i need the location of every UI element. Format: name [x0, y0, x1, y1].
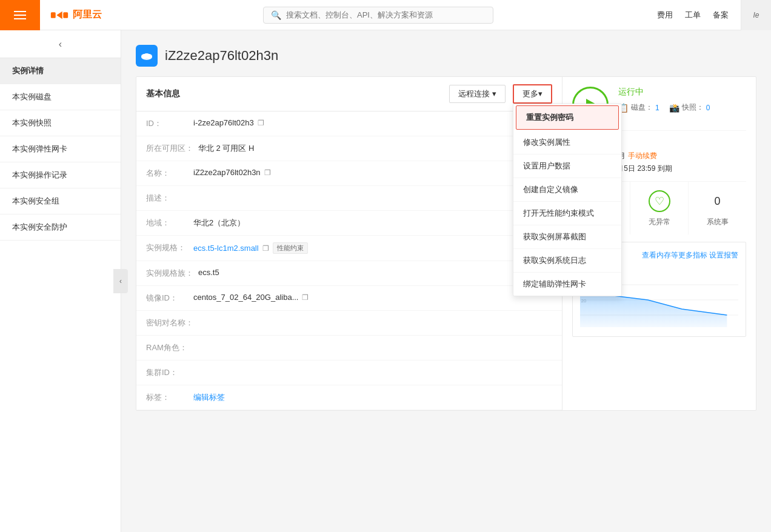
search-icon: 🔍	[271, 10, 281, 20]
info-value-spec-family: ecs.t5	[198, 268, 219, 277]
sidebar-item-instance-detail[interactable]: 实例详情	[0, 58, 121, 84]
dropdown-item-create-image[interactable]: 创建自定义镜像	[513, 178, 621, 202]
info-row-cluster: 集群ID：	[136, 361, 562, 385]
copy-id-icon[interactable]: ❐	[258, 119, 264, 127]
health-icon: ♡	[649, 190, 670, 212]
info-row-spec-family: 实例规格族： ecs.t5	[136, 261, 562, 286]
info-value-image: centos_7_02_64_20G_aliba... ❐	[193, 293, 309, 302]
info-label-cluster: 集群ID：	[146, 367, 189, 378]
monitor-card-health[interactable]: ♡ 无异常	[630, 182, 689, 234]
info-value-spec[interactable]: ecs.t5-lc1m2.small ❐ 性能约束	[193, 242, 308, 254]
info-row-spec: 实例规格： ecs.t5-lc1m2.small ❐ 性能约束	[136, 236, 562, 261]
info-row-ram: RAM角色：	[136, 336, 562, 361]
dropdown-item-reset-password[interactable]: 重置实例密码	[516, 105, 619, 130]
info-value-tags[interactable]: 编辑标签	[193, 392, 225, 403]
snapshot-value[interactable]: 0	[706, 104, 710, 112]
disk-snap-row: 📋 磁盘： 1 📸 快照： 0	[618, 102, 746, 113]
copy-spec-icon[interactable]: ❐	[262, 244, 269, 253]
info-label-zone: 所在可用区：	[146, 143, 193, 154]
info-label-region: 地域：	[146, 218, 189, 228]
copy-name-icon[interactable]: ❐	[264, 168, 271, 177]
hamburger-button[interactable]	[0, 0, 40, 30]
dropdown-item-bind-nic[interactable]: 绑定辅助弹性网卡	[513, 273, 621, 296]
sidebar-item-security-group[interactable]: 本实例安全组	[0, 188, 121, 214]
info-label-image: 镜像ID：	[146, 293, 189, 304]
remote-connect-button[interactable]: 远程连接 ▾	[449, 85, 506, 103]
sidebar-collapse-button[interactable]: ‹	[113, 269, 128, 293]
sidebar-back-button[interactable]: ‹	[0, 30, 121, 58]
svg-rect-0	[51, 12, 56, 18]
info-value-region: 华北2（北京）	[193, 218, 245, 228]
nav-link-fee[interactable]: 费用	[657, 10, 673, 21]
info-value-id: i-2ze2ap76lt02h3 ❐	[193, 118, 264, 127]
health-card-icon: ♡	[647, 189, 672, 213]
dropdown-item-screenshot[interactable]: 获取实例屏幕截图	[513, 225, 621, 249]
sidebar-item-security-protection[interactable]: 本实例安全防护	[0, 214, 121, 241]
dropdown-item-system-log[interactable]: 获取实例系统日志	[513, 249, 621, 273]
search-area: 🔍	[112, 7, 645, 24]
info-row-id: ID： i-2ze2ap76lt02h3 ❐	[136, 111, 562, 136]
page-title: iZ2ze2ap76lt02h3n	[165, 48, 278, 64]
search-input[interactable]	[286, 10, 486, 19]
monitor-links[interactable]: 查看内存等更多指标 设置报警	[642, 250, 738, 261]
info-row-tags: 标签： 编辑标签	[136, 385, 562, 410]
toolbar-label: 基本信息	[146, 88, 180, 99]
snapshot-item: 📸 快照： 0	[669, 102, 710, 113]
layout: ‹ 实例详情 本实例磁盘 本实例快照 本实例弹性网卡 本实例操作记录 本实例安全…	[0, 30, 771, 532]
sidebar-item-snapshot[interactable]: 本实例快照	[0, 110, 121, 136]
cloud-icon	[140, 49, 153, 62]
events-card-label: 系统事	[707, 217, 729, 227]
info-row-zone: 所在可用区： 华北 2 可用区 H	[136, 136, 562, 161]
nav-link-ticket[interactable]: 工单	[685, 10, 701, 21]
svg-rect-1	[63, 12, 68, 18]
info-row-region: 地域： 华北2（北京）	[136, 211, 562, 236]
main-content: iZ2ze2ap76lt02h3n 基本信息 远程连接 ▾ 更多▾ 重置实例密码…	[121, 30, 771, 532]
svg-point-5	[143, 53, 150, 58]
top-nav: 阿里云 🔍 费用 工单 备案 Ie	[0, 0, 771, 30]
info-label-keypair: 密钥对名称：	[146, 318, 193, 328]
dropdown-item-modify-attr[interactable]: 修改实例属性	[513, 131, 621, 155]
events-card-icon: 0	[706, 189, 730, 213]
logo-text: 阿里云	[73, 8, 102, 21]
more-dropdown-wrapper: 更多▾ 重置实例密码 修改实例属性 设置用户数据 创建自定义镜像 打开无性能约束…	[513, 84, 552, 104]
snapshot-label: 快照：	[682, 102, 704, 113]
info-row-image: 镜像ID： centos_7_02_64_20G_aliba... ❐	[136, 286, 562, 311]
info-value-name: iZ2ze2ap76lt02h3n ❐	[193, 168, 271, 177]
nav-link-icp[interactable]: 备案	[713, 10, 729, 21]
search-box[interactable]: 🔍	[263, 7, 493, 24]
info-label-name: 名称：	[146, 168, 189, 179]
sidebar-item-operation-log[interactable]: 本实例操作记录	[0, 162, 121, 188]
logo: 阿里云	[40, 8, 112, 22]
snapshot-icon: 📸	[669, 103, 679, 113]
info-row-keypair: 密钥对名称：	[136, 311, 562, 336]
sidebar-item-disk[interactable]: 本实例磁盘	[0, 84, 121, 110]
hamburger-icon	[14, 11, 26, 19]
disk-value[interactable]: 1	[655, 104, 659, 112]
events-value: 0	[714, 195, 720, 208]
sidebar-item-nic[interactable]: 本实例弹性网卡	[0, 136, 121, 162]
instance-icon	[136, 45, 158, 67]
info-value-zone: 华北 2 可用区 H	[198, 143, 254, 154]
logo-icon	[50, 8, 69, 22]
status-info: 运行中 📋 磁盘： 1 📸 快照： 0	[618, 87, 746, 113]
sidebar: ‹ 实例详情 本实例磁盘 本实例快照 本实例弹性网卡 本实例操作记录 本实例安全…	[0, 30, 121, 532]
monitor-card-events[interactable]: 0 系统事	[689, 182, 746, 234]
info-card: 基本信息 远程连接 ▾ 更多▾ 重置实例密码 修改实例属性 设置用户数据 创建自…	[136, 76, 756, 411]
card-toolbar: 基本信息 远程连接 ▾ 更多▾ 重置实例密码 修改实例属性 设置用户数据 创建自…	[136, 77, 562, 111]
copy-image-icon[interactable]: ❐	[302, 293, 309, 302]
billing-action[interactable]: 手动续费	[628, 151, 657, 161]
user-avatar[interactable]: Ie	[741, 0, 771, 30]
page-title-row: iZ2ze2ap76lt02h3n	[136, 45, 756, 67]
dropdown-item-user-data[interactable]: 设置用户数据	[513, 155, 621, 178]
more-dropdown-menu: 重置实例密码 修改实例属性 设置用户数据 创建自定义镜像 打开无性能约束模式 获…	[513, 104, 622, 296]
left-panel: 基本信息 远程连接 ▾ 更多▾ 重置实例密码 修改实例属性 设置用户数据 创建自…	[136, 77, 562, 410]
info-label-ram: RAM角色：	[146, 342, 189, 353]
more-button[interactable]: 更多▾	[513, 84, 552, 104]
back-icon: ‹	[59, 39, 62, 50]
info-row-name: 名称： iZ2ze2ap76lt02h3n ❐	[136, 161, 562, 186]
svg-marker-12	[580, 294, 727, 327]
dropdown-item-no-perf-limit[interactable]: 打开无性能约束模式	[513, 202, 621, 225]
info-label-spec-family: 实例规格族：	[146, 268, 193, 279]
collapse-icon: ‹	[119, 277, 122, 285]
spec-tag: 性能约束	[273, 242, 308, 254]
